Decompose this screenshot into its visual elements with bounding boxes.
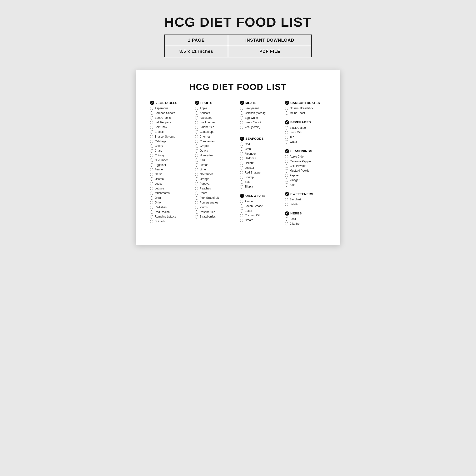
checkbox-circle[interactable] bbox=[150, 140, 153, 143]
checkbox-circle[interactable] bbox=[195, 135, 198, 138]
checkbox-circle[interactable] bbox=[150, 163, 153, 167]
checkbox-circle[interactable] bbox=[240, 219, 243, 222]
checkbox-circle[interactable] bbox=[195, 206, 198, 209]
item-label: Okra bbox=[155, 196, 161, 200]
checkbox-circle[interactable] bbox=[195, 163, 198, 167]
page-header: HCG DIET FOOD LIST 1 PAGE INSTANT DOWNLO… bbox=[164, 14, 312, 57]
checkbox-circle[interactable] bbox=[195, 177, 198, 181]
checkbox-circle[interactable] bbox=[150, 206, 153, 209]
checkbox-circle[interactable] bbox=[195, 210, 198, 214]
checkbox-circle[interactable] bbox=[285, 198, 288, 201]
checkbox-circle[interactable] bbox=[285, 131, 288, 134]
checkbox-circle[interactable] bbox=[195, 116, 198, 119]
checkbox-circle[interactable] bbox=[240, 111, 243, 115]
checkbox-circle[interactable] bbox=[150, 187, 153, 190]
item-label: Red Snapper bbox=[245, 171, 262, 175]
checkbox-circle[interactable] bbox=[240, 176, 243, 179]
checkbox-circle[interactable] bbox=[195, 126, 198, 129]
checkbox-circle[interactable] bbox=[195, 182, 198, 186]
checkbox-circle[interactable] bbox=[240, 152, 243, 155]
checkbox-circle[interactable] bbox=[240, 171, 243, 174]
checkbox-circle[interactable] bbox=[240, 121, 243, 124]
checkbox-circle[interactable] bbox=[150, 220, 153, 223]
checkbox-circle[interactable] bbox=[240, 162, 243, 165]
checkbox-circle[interactable] bbox=[240, 204, 243, 208]
checkbox-circle[interactable] bbox=[195, 187, 198, 190]
item-label: Chicken (breast) bbox=[245, 111, 266, 115]
checkbox-circle[interactable] bbox=[150, 215, 153, 219]
checkbox-circle[interactable] bbox=[285, 222, 288, 225]
checkbox-circle[interactable] bbox=[240, 107, 243, 110]
checkbox-circle[interactable] bbox=[240, 214, 243, 217]
checkbox-circle[interactable] bbox=[150, 210, 153, 214]
checkbox-circle[interactable] bbox=[240, 147, 243, 151]
section-3-1: ✓BEVERAGESBlack CoffeeSkim MilkTeaWater bbox=[285, 120, 326, 145]
checkbox-circle[interactable] bbox=[285, 107, 288, 110]
checkbox-circle[interactable] bbox=[150, 177, 153, 181]
checkbox-circle[interactable] bbox=[195, 168, 198, 171]
checkbox-circle[interactable] bbox=[285, 203, 288, 206]
checkbox-circle[interactable] bbox=[195, 173, 198, 176]
checkbox-circle[interactable] bbox=[240, 180, 243, 184]
checkbox-circle[interactable] bbox=[150, 121, 153, 124]
checkbox-circle[interactable] bbox=[150, 149, 153, 153]
column-1: ✓FRUITSAppleApricotsAvocadosBlackberries… bbox=[195, 101, 236, 231]
list-item: Butter bbox=[240, 209, 281, 213]
list-item: Honeydew bbox=[195, 153, 236, 157]
checkbox-circle[interactable] bbox=[195, 215, 198, 219]
checkbox-circle[interactable] bbox=[195, 196, 198, 200]
checkbox-circle[interactable] bbox=[240, 116, 243, 119]
checkbox-circle[interactable] bbox=[195, 144, 198, 148]
checkbox-circle[interactable] bbox=[150, 154, 153, 157]
checkbox-circle[interactable] bbox=[240, 157, 243, 160]
list-item: Cherries bbox=[195, 135, 236, 139]
checkbox-circle[interactable] bbox=[240, 143, 243, 146]
checkbox-circle[interactable] bbox=[195, 201, 198, 204]
checkbox-circle[interactable] bbox=[240, 200, 243, 203]
checkbox-circle[interactable] bbox=[285, 183, 288, 187]
checkbox-circle[interactable] bbox=[285, 126, 288, 130]
checkbox-circle[interactable] bbox=[150, 192, 153, 195]
checkbox-circle[interactable] bbox=[195, 192, 198, 195]
checkbox-circle[interactable] bbox=[240, 166, 243, 170]
checkbox-circle[interactable] bbox=[150, 116, 153, 119]
checkbox-circle[interactable] bbox=[240, 185, 243, 188]
checkbox-circle[interactable] bbox=[240, 126, 243, 129]
checkbox-circle[interactable] bbox=[285, 155, 288, 158]
checkbox-circle[interactable] bbox=[150, 173, 153, 176]
list-item: Chard bbox=[150, 149, 191, 153]
checkbox-circle[interactable] bbox=[150, 168, 153, 171]
checkbox-circle[interactable] bbox=[195, 158, 198, 162]
checkbox-circle[interactable] bbox=[195, 107, 198, 110]
checkbox-circle[interactable] bbox=[195, 149, 198, 153]
checkbox-circle[interactable] bbox=[195, 111, 198, 115]
checkbox-circle[interactable] bbox=[150, 182, 153, 186]
checkbox-circle[interactable] bbox=[285, 217, 288, 221]
checkbox-circle[interactable] bbox=[285, 174, 288, 177]
checkbox-circle[interactable] bbox=[195, 140, 198, 143]
checkbox-circle[interactable] bbox=[150, 107, 153, 110]
checkbox-circle[interactable] bbox=[150, 111, 153, 115]
section-heading-2-2: ✓OILS & FATS bbox=[240, 194, 281, 198]
checkbox-circle[interactable] bbox=[150, 201, 153, 204]
checkbox-circle[interactable] bbox=[285, 160, 288, 163]
checkbox-circle[interactable] bbox=[195, 154, 198, 157]
checkbox-circle[interactable] bbox=[285, 178, 288, 182]
checkbox-circle[interactable] bbox=[195, 121, 198, 124]
item-label: Peaches bbox=[200, 187, 211, 191]
checkbox-circle[interactable] bbox=[150, 126, 153, 129]
checkbox-circle[interactable] bbox=[285, 140, 288, 143]
section-1-0: ✓FRUITSAppleApricotsAvocadosBlackberries… bbox=[195, 101, 236, 220]
checkbox-circle[interactable] bbox=[285, 136, 288, 139]
checkbox-circle[interactable] bbox=[285, 111, 288, 115]
checkbox-circle[interactable] bbox=[150, 144, 153, 148]
checkbox-circle[interactable] bbox=[285, 165, 288, 168]
checkbox-circle[interactable] bbox=[195, 130, 198, 134]
checkmark-icon: ✓ bbox=[195, 101, 199, 105]
checkbox-circle[interactable] bbox=[150, 196, 153, 200]
checkbox-circle[interactable] bbox=[150, 135, 153, 138]
checkbox-circle[interactable] bbox=[285, 169, 288, 172]
checkbox-circle[interactable] bbox=[150, 130, 153, 134]
checkbox-circle[interactable] bbox=[240, 209, 243, 213]
checkbox-circle[interactable] bbox=[150, 158, 153, 162]
